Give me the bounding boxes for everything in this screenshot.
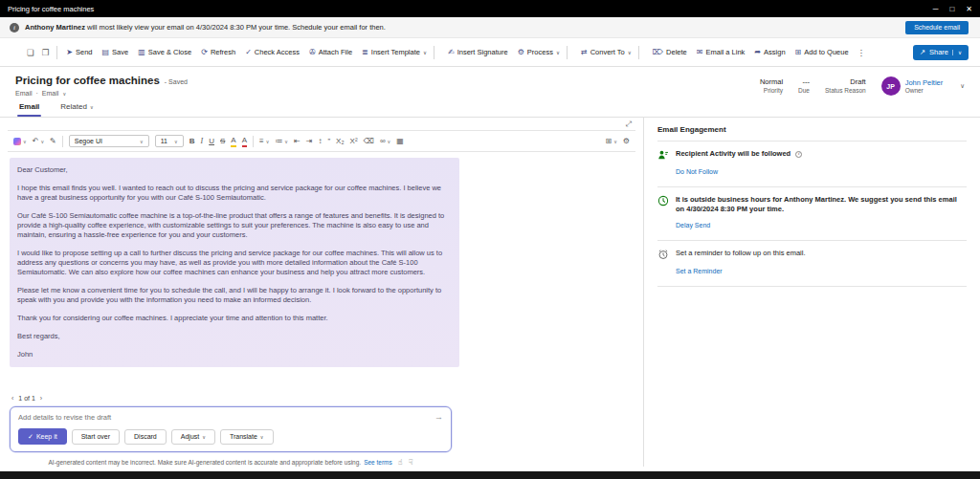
header-expand-chevron-icon[interactable]: ∨ [960,82,965,90]
delete-button[interactable]: ⌦ Delete [648,42,692,63]
close-button[interactable]: ✕ [966,5,972,13]
save-button[interactable]: ▤ Save [97,42,133,63]
chevron-down-icon[interactable]: ∨ [628,50,632,55]
icon-glyph: ∞ [380,137,386,146]
engagement-text: It is outside business hours for Anthony… [676,195,967,214]
refresh-button[interactable]: ⟳ Refresh [196,42,240,63]
toolbar-button-label: Add to Queue [804,48,848,56]
send-prompt-icon[interactable]: → [434,412,443,422]
avatar: JP [881,76,901,96]
draft-paragraph: Dear Customer, [17,165,452,175]
copilot-actions: ✓ Keep it Start over Discard Adjust ∨ Tr… [18,428,443,445]
icon-glyph: ↕ [318,137,322,146]
start-over-button[interactable]: Start over [72,429,120,445]
table-icon[interactable]: ⊞ ∨ [605,137,616,146]
see-terms-link[interactable]: See terms [364,459,392,466]
record-header: Pricing for coffee machines - Saved Emai… [0,67,980,97]
convert-to-button[interactable]: ⇄ Convert To ∨ [576,42,648,63]
ai-disclaimer: AI-generated content may be incorrect. M… [0,452,461,467]
save-and-close-button[interactable]: ▥ Save & Close [133,42,196,63]
thumbs-down-icon[interactable]: ☟ [409,458,413,467]
strikethrough-icon[interactable]: S [220,137,225,146]
owner-name[interactable]: John Peltier [905,78,944,87]
popout-icon[interactable]: ❐ [38,48,54,57]
subscript-icon[interactable]: X₂ [336,137,344,146]
icon-glyph: ⌫ [364,137,374,146]
keep-it-button[interactable]: ✓ Keep it [18,428,67,445]
breadcrumb-form[interactable]: Email [42,90,59,97]
translate-button[interactable]: Translate ∨ [220,429,274,445]
format-icons: ≡ ∨ ≔ ∨ ⇤ ⇥ [259,137,404,146]
minimize-button[interactable]: ─ [933,5,939,13]
format-icons-right: ⊞ ∨ ⚙ [605,137,630,146]
format-separator [62,136,63,147]
adjust-button[interactable]: Adjust ∨ [171,429,215,445]
blockquote-icon[interactable]: ” [327,137,330,146]
previous-draft-icon[interactable]: ‹ [11,395,13,402]
email-a-link-button[interactable]: ✉ Email a Link [692,42,750,63]
editor-settings-icon[interactable]: ⚙ [623,137,630,146]
schedule-email-button[interactable]: Schedule email [905,21,969,34]
thumbs-up-icon[interactable]: ☝ [398,458,403,467]
format-painter-icon[interactable]: ✎ [50,137,56,146]
attach-file-button[interactable]: ✇ Attach File [304,42,357,63]
info-icon[interactable]: i [795,151,802,158]
process-button[interactable]: ⚙ Process ∨ [513,42,576,63]
email-a-link-icon: ✉ [697,48,703,56]
chevron-down-icon[interactable]: ∨ [62,91,66,97]
form-tabs: Email Related ∨ [0,97,980,118]
set-a-reminder-link[interactable]: Set a Reminder [676,268,723,274]
undo-menu[interactable]: ↶ ∨ [33,137,44,146]
breadcrumb-entity[interactable]: Email [15,90,33,97]
ai-disclaimer-text: AI-generated content may be incorrect. M… [48,459,361,466]
do-not-follow-link[interactable]: Do Not Follow [676,168,718,175]
insert-signature-button[interactable]: ✍ Insert Signature [443,42,513,63]
owner-field[interactable]: JP John Peltier Owner [881,76,944,96]
superscript-icon[interactable]: X² [350,137,358,146]
font-color-icon[interactable]: A [242,136,247,147]
tab-email[interactable]: Email [17,98,41,117]
share-button[interactable]: ↗ Share ∨ [913,45,969,60]
chevron-down-icon: ∨ [40,137,44,146]
font-family-select[interactable]: Segoe UI ∨ [69,135,149,147]
next-draft-icon[interactable]: › [40,395,42,402]
assign-icon: ➦ [754,48,761,56]
clear-format-icon[interactable]: ⌫ [364,137,374,146]
ai-draft-email-body[interactable]: Dear Customer, I hope this email finds y… [10,158,459,367]
chevron-down-icon[interactable]: ∨ [423,50,427,55]
draft-paragraph: Our Café S-100 Semiautomatic coffee mach… [17,211,452,240]
engagement-text: Set a reminder to follow up on this emai… [676,249,805,258]
chevron-down-icon[interactable]: ∨ [952,50,962,55]
main-content: ⤢ ∨ ↶ ∨ ✎ Segoe UI ∨ 11 ∨ B I U [0,118,980,467]
line-spacing-icon[interactable]: ↕ [318,137,322,146]
maximize-button[interactable]: □ [949,5,954,13]
expand-editor-icon[interactable]: ⤢ [626,120,632,129]
icon-glyph: ⚙ [623,137,630,146]
tab-related[interactable]: Related ∨ [58,98,95,117]
highlight-color-icon[interactable]: A [231,136,235,147]
bold-icon[interactable]: B [189,137,195,146]
increase-indent-icon[interactable]: ⇥ [306,137,313,146]
discard-button[interactable]: Discard [124,429,167,445]
assign-button[interactable]: ➦ Assign [749,42,790,63]
italic-icon[interactable]: I [201,137,204,146]
send-button[interactable]: ➤ Send [61,42,97,63]
link-icon[interactable]: ∞ ∨ [380,137,390,146]
copilot-menu[interactable]: ∨ [13,137,27,146]
insert-template-button[interactable]: ≣ Insert Template ∨ [357,42,443,63]
add-to-queue-button[interactable]: ⊞ Add to Queue [791,42,854,63]
check-access-button[interactable]: ✓ Check Access [240,42,304,63]
underline-icon[interactable]: U [209,137,214,146]
numbered-list-icon[interactable]: ≔ ∨ [275,137,288,146]
bullet-list-icon[interactable]: ≡ ∨ [259,137,269,146]
delay-send-link[interactable]: Delay Send [676,222,710,229]
chevron-down-icon: ∨ [174,139,178,144]
chevron-down-icon[interactable]: ∨ [556,50,560,55]
collapse-pane-icon[interactable]: ❏ [23,48,38,57]
image-icon[interactable]: ▦ [396,137,404,146]
more-commands-icon[interactable]: ⋮ [854,48,870,57]
decrease-indent-icon[interactable]: ⇤ [294,137,301,146]
copilot-revise-input[interactable] [18,413,429,422]
font-size-select[interactable]: 11 ∨ [155,135,184,147]
toolbar-button-label: Process [527,48,553,56]
